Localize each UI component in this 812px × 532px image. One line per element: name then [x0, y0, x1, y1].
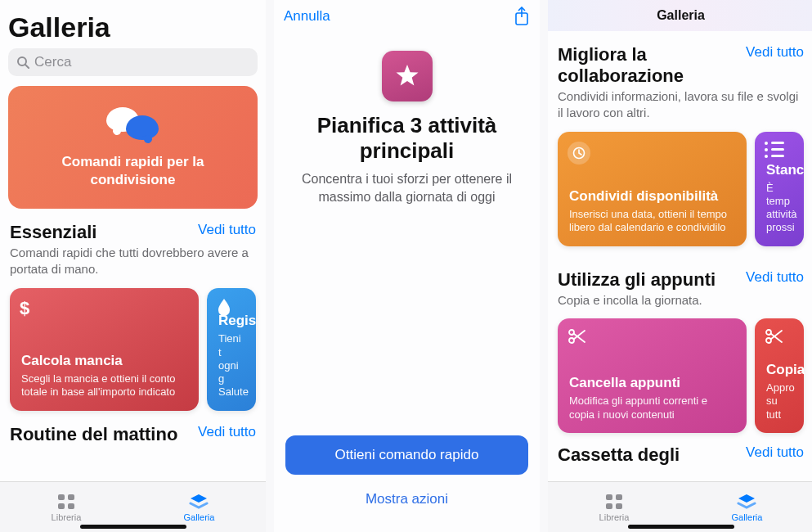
star-icon: [394, 63, 420, 89]
scissors-icon: [568, 328, 585, 345]
stack-icon: [736, 493, 757, 511]
nav-title: Galleria: [548, 0, 812, 31]
see-all-essenziali[interactable]: Vedi tutto: [198, 222, 256, 238]
tab-galleria[interactable]: Galleria: [731, 493, 762, 522]
shortcut-app-icon: [382, 51, 433, 101]
grid-icon: [603, 493, 625, 511]
shortcut-subtitle: Concentra i tuoi sforzi per ottenere il …: [274, 164, 540, 205]
section-title-essenziali: Essenziali: [10, 222, 96, 243]
svg-rect-18: [616, 494, 622, 500]
svg-rect-19: [606, 503, 612, 509]
card-desc: Scegli la mancia e ottieni il conto tota…: [21, 372, 187, 399]
tab-label: Galleria: [731, 512, 762, 522]
tab-label: Galleria: [183, 512, 214, 522]
svg-rect-2: [58, 494, 65, 500]
card-title: Stanc: [766, 162, 792, 178]
show-actions-link[interactable]: Mostra azioni: [274, 491, 540, 507]
clock-icon: [568, 142, 590, 165]
section-sub-appunti: Copia e incolla la giornata.: [548, 292, 812, 309]
tab-libreria[interactable]: Libreria: [52, 493, 82, 522]
see-all-routine[interactable]: Vedi tutto: [198, 424, 256, 440]
svg-rect-20: [616, 503, 622, 509]
see-all-cassetta[interactable]: Vedi tutto: [746, 444, 804, 461]
card-desc: È temp attività prossi: [766, 182, 792, 235]
svg-rect-4: [58, 503, 65, 509]
section-title-cassetta: Cassetta degli: [558, 444, 680, 466]
card-cancella-appunti[interactable]: Cancella appunti Modifica gli appunti co…: [558, 318, 747, 433]
svg-rect-5: [68, 503, 74, 509]
share-icon[interactable]: [514, 7, 530, 26]
tab-libreria[interactable]: Libreria: [599, 493, 630, 522]
shortcut-title: Pianifica 3 attività principali: [274, 113, 540, 164]
card-standup[interactable]: Stanc È temp attività prossi: [755, 132, 804, 246]
search-placeholder: Cerca: [34, 54, 71, 70]
svg-rect-17: [606, 494, 612, 500]
section-title-routine: Routine del mattino: [10, 424, 177, 445]
dollar-icon: $: [20, 298, 29, 319]
hero-card-sharing[interactable]: Comandi rapidi per la condivisione: [8, 86, 258, 209]
home-indicator[interactable]: [628, 525, 734, 529]
section-sub-collab: Condividi informazioni, lavora su file e…: [548, 88, 812, 122]
section-sub-essenziali: Comandi rapidi che tutti dovrebbero aver…: [0, 245, 266, 278]
search-icon: [16, 56, 29, 69]
cancel-button[interactable]: Annulla: [284, 8, 330, 25]
page-title: Galleria: [0, 0, 266, 48]
card-desc: Appro su tutt: [766, 381, 792, 422]
card-title: Calcola mancia: [21, 353, 187, 369]
tab-label: Libreria: [599, 512, 630, 522]
chat-bubbles-icon: [105, 106, 162, 147]
section-title-appunti: Utilizza gli appunti: [558, 269, 716, 291]
see-all-appunti[interactable]: Vedi tutto: [746, 269, 804, 286]
card-copia[interactable]: Copia Appro su tutt: [755, 318, 804, 433]
svg-rect-3: [68, 494, 74, 500]
card-title: Copia: [766, 362, 792, 378]
tab-label: Libreria: [52, 512, 82, 522]
section-title-collab: Migliora la collaborazione: [558, 44, 684, 87]
tab-galleria[interactable]: Galleria: [183, 493, 214, 522]
search-input[interactable]: Cerca: [8, 48, 258, 76]
hero-title: Comandi rapidi per la condivisione: [25, 153, 241, 189]
svg-line-1: [25, 65, 29, 68]
card-desc: Inserisci una data, ottieni il tempo lib…: [569, 208, 735, 235]
scissors-icon: [765, 328, 783, 345]
card-title: Cancella appunti: [569, 375, 735, 391]
list-icon: [765, 142, 784, 158]
grid-icon: [56, 493, 77, 511]
card-calcola-mancia[interactable]: $ Calcola mancia Scegli la mancia e otti…: [10, 288, 199, 411]
water-drop-icon: [217, 298, 231, 316]
stack-icon: [188, 493, 209, 511]
card-registra[interactable]: Regis Tieni t ogni g Salute: [207, 288, 256, 411]
see-all-collab[interactable]: Vedi tutto: [746, 44, 804, 61]
card-desc: Modifica gli appunti correnti e copia i …: [569, 394, 735, 422]
get-shortcut-button[interactable]: Ottieni comando rapido: [285, 435, 528, 475]
card-title: Condividi disponibilità: [569, 188, 735, 205]
home-indicator[interactable]: [80, 525, 186, 529]
card-condividi-disponibilita[interactable]: Condividi disponibilità Inserisci una da…: [558, 132, 747, 246]
card-desc: Tieni t ogni g Salute: [218, 332, 244, 399]
